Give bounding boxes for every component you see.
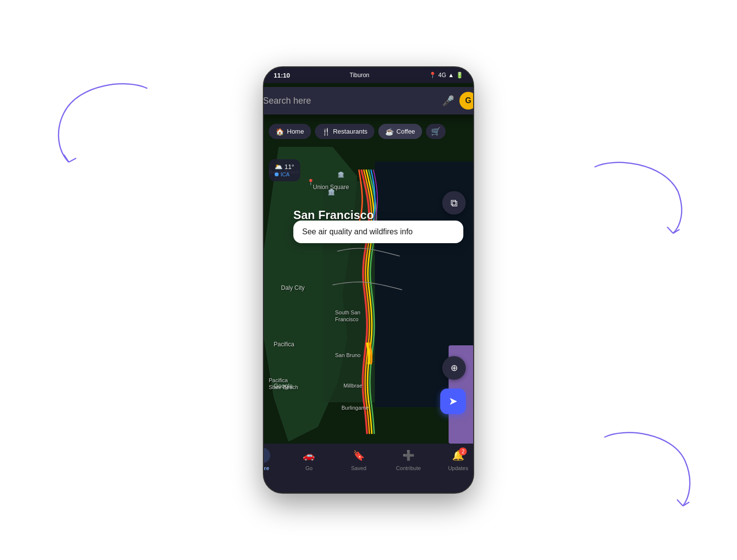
explore-icon: 📍 <box>263 449 265 461</box>
bottom-nav-labels: Explore Go Saved Contribute Updates <box>263 465 474 476</box>
nav-label-saved: Saved <box>334 465 383 471</box>
air-quality-text: See air quality and wildfires info <box>302 227 413 236</box>
updates-badge: 2 <box>459 448 467 455</box>
filter-restaurants[interactable]: 🍴 Restaurants <box>315 124 374 139</box>
bottom-navigation: 📍 🚗 🔖 ➕ <box>263 444 474 493</box>
mic-icon[interactable]: 🎤 <box>442 95 454 107</box>
quick-filters-bar: 🏠 Home 🍴 Restaurants ☕ Coffee 🛒 <box>264 124 473 139</box>
weather-temperature: 🌥️ 11° <box>275 163 294 170</box>
nav-saved-icon-wrap: 🔖 <box>348 448 369 463</box>
nav-item-explore[interactable]: 📍 <box>263 448 284 463</box>
status-time: 11:10 <box>274 72 290 79</box>
nav-label-explore: Explore <box>263 465 284 471</box>
layers-button[interactable]: ⧉ <box>442 191 466 215</box>
search-input[interactable]: Search here <box>263 96 437 106</box>
signal-status: 4G <box>438 72 446 79</box>
more-icon: 🛒 <box>431 127 441 136</box>
weather-widget: 🌥️ 11° ICA <box>269 159 300 181</box>
restaurants-filter-icon: 🍴 <box>322 128 330 136</box>
user-initial: G <box>465 96 471 105</box>
nav-label-contribute: Contribute <box>384 465 433 471</box>
nav-item-go[interactable]: 🚗 <box>284 448 334 463</box>
bottom-nav-icons: 📍 🚗 🔖 ➕ <box>263 444 474 465</box>
home-filter-label: Home <box>287 128 304 135</box>
coffee-filter-label: Coffee <box>397 128 415 135</box>
contribute-icon: ➕ <box>402 449 415 461</box>
nav-item-saved[interactable]: 🔖 <box>334 448 383 463</box>
restaurants-filter-label: Restaurants <box>333 128 368 135</box>
layers-icon: ⧉ <box>451 197 457 209</box>
nav-item-contribute[interactable]: ➕ <box>384 448 433 463</box>
status-location: Tiburon <box>350 72 369 79</box>
directions-fab[interactable]: ➤ <box>440 389 466 414</box>
nav-label-go: Go <box>284 465 334 471</box>
directions-icon: ➤ <box>449 395 457 408</box>
phone-shell: 🌥️ 11° ICA San Francisco Baker Beach Uni… <box>263 66 474 494</box>
weather-ica: ICA <box>275 171 294 177</box>
location-status-icon: 📍 <box>429 72 436 79</box>
battery-icon: 🔋 <box>456 72 463 79</box>
filter-home[interactable]: 🏠 Home <box>269 124 311 139</box>
place-pin-icon-3: 🏛️ <box>338 171 344 178</box>
nav-go-icon-wrap: 🚗 <box>298 448 320 463</box>
google-watermark: Google <box>274 383 293 390</box>
coffee-filter-icon: ☕ <box>385 128 394 136</box>
status-icons: 📍 4G ▲ 🔋 <box>429 72 463 79</box>
place-pin-icon: 📍 <box>307 179 314 186</box>
wifi-icon: ▲ <box>448 72 454 79</box>
user-avatar[interactable]: G <box>459 92 474 110</box>
nav-updates-icon-wrap: 🔔 2 <box>447 448 469 463</box>
right-bottom-arrow-decoration <box>595 422 693 511</box>
air-quality-tooltip[interactable]: See air quality and wildfires info <box>293 221 463 243</box>
nav-explore-icon-wrap: 📍 <box>263 448 270 463</box>
filter-coffee[interactable]: ☕ Coffee <box>378 124 422 139</box>
weather-icon: 🌥️ <box>275 163 283 170</box>
home-filter-icon: 🏠 <box>276 128 284 136</box>
nav-contribute-icon-wrap: ➕ <box>397 448 419 463</box>
saved-icon: 🔖 <box>353 449 365 461</box>
location-button[interactable]: ⊕ <box>442 356 466 380</box>
location-icon: ⊕ <box>451 363 458 373</box>
ica-dot <box>275 172 279 176</box>
status-bar: 11:10 Tiburon 📍 4G ▲ 🔋 <box>264 67 473 83</box>
place-pin-icon-2: 🏛️ <box>328 189 335 196</box>
right-top-arrow-decoration <box>590 147 688 236</box>
filter-more[interactable]: 🛒 <box>426 124 446 139</box>
left-arrow-decoration <box>49 74 157 172</box>
search-card[interactable]: Search here 🎤 G <box>263 87 474 114</box>
go-icon: 🚗 <box>303 449 315 461</box>
phone-mockup: 🌥️ 11° ICA San Francisco Baker Beach Uni… <box>263 66 474 494</box>
nav-item-updates[interactable]: 🔔 2 <box>433 448 474 463</box>
nav-label-updates: Updates <box>433 465 474 471</box>
